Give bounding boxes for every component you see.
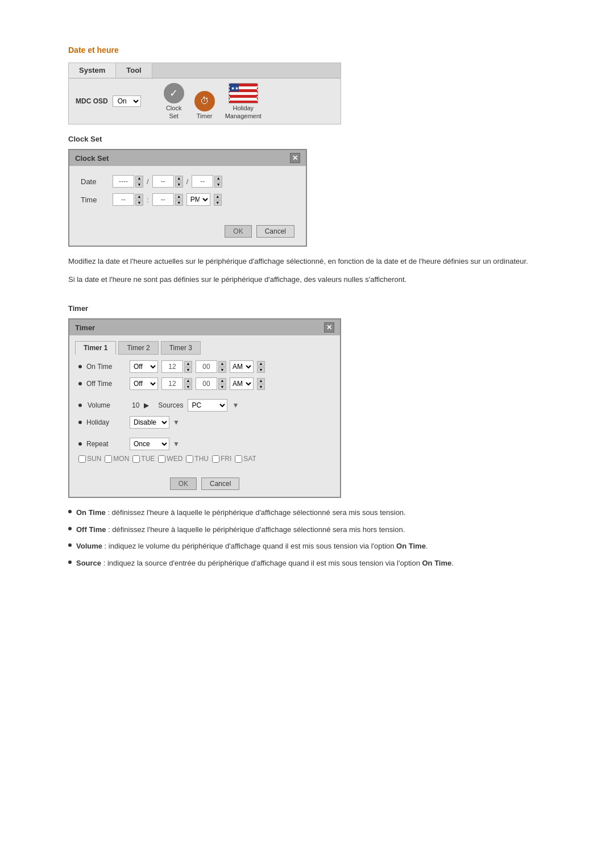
off-time-min-down[interactable]: ▼ xyxy=(218,384,226,390)
time-label: Time xyxy=(81,196,109,204)
time-down-1[interactable]: ▼ xyxy=(135,200,143,206)
day-sun-checkbox[interactable] xyxy=(78,455,86,463)
clock-set-close-button[interactable]: ✕ xyxy=(290,153,300,163)
time-up-2[interactable]: ▲ xyxy=(175,194,183,200)
off-time-select[interactable]: Off On xyxy=(130,377,158,390)
on-time-ampm-spinner[interactable]: ▲ ▼ xyxy=(257,361,265,373)
date-spinner-3[interactable]: ▲ ▼ xyxy=(214,176,222,188)
on-time-min-down[interactable]: ▼ xyxy=(218,367,226,373)
time-sep: : xyxy=(147,196,149,204)
volume-arrow-right[interactable]: ▶ xyxy=(144,401,149,409)
holiday-label: Holiday xyxy=(233,105,254,111)
timer-tab-3[interactable]: Timer 3 xyxy=(161,341,201,355)
tab-tool[interactable]: Tool xyxy=(116,63,152,78)
time-row: Time ▲ ▼ : ▲ ▼ xyxy=(81,193,294,206)
on-time-hr-input[interactable] xyxy=(161,360,183,373)
mdc-on-select[interactable]: On xyxy=(113,95,141,107)
timer-cancel-button[interactable]: Cancel xyxy=(201,477,239,490)
clock-cancel-button[interactable]: Cancel xyxy=(256,225,294,238)
day-tue[interactable]: TUE xyxy=(132,455,155,463)
date-label: Date xyxy=(81,177,109,186)
time-down-2[interactable]: ▼ xyxy=(175,200,183,206)
date-down-3[interactable]: ▼ xyxy=(214,182,222,188)
timer-close-button[interactable]: ✕ xyxy=(324,322,334,333)
date-up-1[interactable]: ▲ xyxy=(135,176,143,181)
system-dialog: System Tool MDC OSD On ✓ Clock Set ⏱ Tim… xyxy=(68,63,341,124)
off-ampm-up[interactable]: ▲ xyxy=(257,378,265,384)
time-up-1[interactable]: ▲ xyxy=(135,194,143,200)
off-time-hr-spinner[interactable]: ▲ ▼ xyxy=(184,378,192,390)
day-fri-checkbox[interactable] xyxy=(212,455,219,463)
clock-ok-button[interactable]: OK xyxy=(225,225,251,238)
off-time-min-up[interactable]: ▲ xyxy=(218,378,226,384)
bullet-item-1: On Time : définissez l'heure à laquelle … xyxy=(68,507,546,518)
off-time-min-input[interactable] xyxy=(196,377,217,390)
off-time-hr-down[interactable]: ▼ xyxy=(184,384,192,390)
clock-set-footer: OK Cancel xyxy=(69,221,306,246)
system-tabs: System Tool xyxy=(69,63,341,78)
holiday-select[interactable]: Disable Enable xyxy=(130,416,169,429)
date-spin-3: ▲ ▼ xyxy=(192,175,222,188)
on-time-hr-up[interactable]: ▲ xyxy=(184,361,192,367)
day-mon[interactable]: MON xyxy=(105,455,129,463)
date-up-3[interactable]: ▲ xyxy=(214,176,222,181)
off-time-ampm-select[interactable]: AM PM xyxy=(230,377,254,390)
system-left: MDC OSD On xyxy=(76,95,141,107)
ampm-spinner[interactable]: ▲ ▼ xyxy=(214,194,222,206)
sources-select[interactable]: PC HDMI xyxy=(188,399,227,412)
off-time-hr-up[interactable]: ▲ xyxy=(184,378,192,384)
day-sat[interactable]: SAT xyxy=(235,455,256,463)
date-down-2[interactable]: ▼ xyxy=(175,182,183,188)
day-thu[interactable]: THU xyxy=(186,455,209,463)
date-input-3[interactable] xyxy=(192,175,213,188)
time-input-1[interactable] xyxy=(113,193,134,206)
day-mon-checkbox[interactable] xyxy=(105,455,112,463)
ampm-up[interactable]: ▲ xyxy=(214,194,222,200)
day-sun[interactable]: SUN xyxy=(78,455,101,463)
tab-system[interactable]: System xyxy=(69,63,116,78)
date-up-2[interactable]: ▲ xyxy=(175,176,183,181)
bullet3-text2: . xyxy=(426,542,428,550)
ampm-down[interactable]: ▼ xyxy=(214,200,222,206)
timer-tab-1[interactable]: Timer 1 xyxy=(75,341,116,355)
on-ampm-down[interactable]: ▼ xyxy=(257,367,265,373)
on-time-min-spinner[interactable]: ▲ ▼ xyxy=(218,361,226,373)
time-spinner-2[interactable]: ▲ ▼ xyxy=(175,194,183,206)
on-time-hr-down[interactable]: ▼ xyxy=(184,367,192,373)
date-spinner-1[interactable]: ▲ ▼ xyxy=(135,176,143,188)
time-input-2[interactable] xyxy=(152,193,174,206)
day-fri[interactable]: FRI xyxy=(212,455,231,463)
day-wed-checkbox[interactable] xyxy=(158,455,165,463)
date-input-1[interactable] xyxy=(113,175,134,188)
on-time-hr-spinner[interactable]: ▲ ▼ xyxy=(184,361,192,373)
repeat-select[interactable]: Once Everyday Mon~Fri Mon~Sat Sat~Sun Ma… xyxy=(130,438,169,450)
off-time-min-spinner[interactable]: ▲ ▼ xyxy=(218,378,226,390)
on-time-min-input[interactable] xyxy=(196,360,217,373)
day-wed[interactable]: WED xyxy=(158,455,182,463)
bullet1-text: : définissez l'heure à laquelle le périp… xyxy=(106,508,406,517)
time-spinner-1[interactable]: ▲ ▼ xyxy=(135,194,143,206)
off-time-hr-input[interactable] xyxy=(161,377,183,390)
date-down-1[interactable]: ▼ xyxy=(135,182,143,188)
timer-icon-item[interactable]: ⏱ Timer xyxy=(194,91,215,119)
day-fri-label: FRI xyxy=(221,455,231,463)
on-time-select[interactable]: Off On xyxy=(130,360,158,373)
clock-set-body: Date ▲ ▼ / ▲ ▼ xyxy=(69,166,306,221)
clock-set-titlebar: Clock Set ✕ xyxy=(69,150,306,166)
day-tue-checkbox[interactable] xyxy=(132,455,140,463)
day-thu-checkbox[interactable] xyxy=(186,455,193,463)
clock-set-dialog: Clock Set ✕ Date ▲ ▼ / xyxy=(68,149,307,247)
timer-ok-button[interactable]: OK xyxy=(170,477,197,490)
on-ampm-up[interactable]: ▲ xyxy=(257,361,265,367)
off-ampm-down[interactable]: ▼ xyxy=(257,384,265,390)
on-time-min-up[interactable]: ▲ xyxy=(218,361,226,367)
holiday-icon-item[interactable]: ★★ Holiday Management xyxy=(225,83,262,119)
on-time-ampm-select[interactable]: AM PM xyxy=(230,360,254,373)
timer-tab-2[interactable]: Timer 2 xyxy=(118,341,158,355)
date-spinner-2[interactable]: ▲ ▼ xyxy=(175,176,183,188)
off-time-ampm-spinner[interactable]: ▲ ▼ xyxy=(257,378,265,390)
date-input-2[interactable] xyxy=(152,175,174,188)
day-sat-checkbox[interactable] xyxy=(235,455,242,463)
clock-set-icon-item[interactable]: ✓ Clock Set xyxy=(164,83,184,119)
ampm-select[interactable]: PM AM xyxy=(186,193,210,206)
